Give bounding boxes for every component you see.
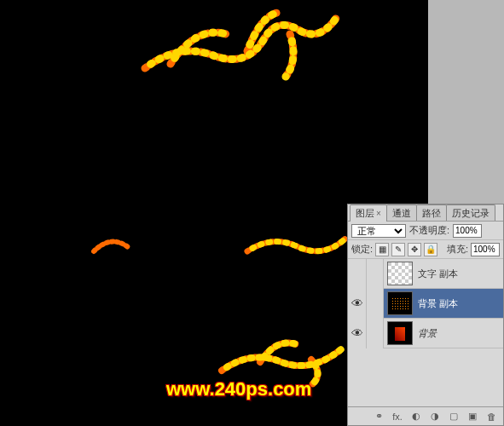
eye-icon: 👁	[351, 296, 363, 310]
link-column[interactable]	[367, 259, 384, 289]
layers-panel: 图层× 通道 路径 历史记录 正常 不透明度: 锁定: ▦ ✎ ✥ 🔒 填充: …	[347, 204, 504, 426]
watermark: www.240ps.com	[166, 378, 311, 400]
fill-input[interactable]	[471, 243, 500, 256]
opacity-input[interactable]	[453, 224, 482, 238]
layer-name[interactable]: 文字 副本	[416, 268, 503, 280]
calligraphy-fragment	[85, 222, 136, 264]
layer-row[interactable]: 👁 背景	[348, 319, 503, 348]
lock-pixels-icon[interactable]: ✎	[391, 243, 405, 256]
lock-row: 锁定: ▦ ✎ ✥ 🔒 填充:	[348, 240, 503, 259]
layer-name[interactable]: 背景	[416, 327, 503, 340]
visibility-toggle[interactable]	[348, 259, 367, 289]
link-column[interactable]	[367, 319, 384, 348]
visibility-toggle[interactable]: 👁	[348, 319, 367, 348]
link-column[interactable]	[367, 289, 384, 319]
layer-thumbnail[interactable]	[387, 262, 413, 285]
fx-icon[interactable]: fx.	[391, 410, 404, 423]
eye-icon: 👁	[351, 326, 363, 340]
layers-list: 文字 副本 👁 背景 副本 👁 背景	[348, 259, 503, 395]
panel-footer: ⚭ fx. ◐ ◑ ▢ ▣ 🗑	[348, 406, 503, 425]
lock-label: 锁定:	[351, 243, 373, 256]
layer-name[interactable]: 背景 副本	[416, 297, 503, 310]
tab-history[interactable]: 历史记录	[446, 204, 495, 221]
mask-icon[interactable]: ◐	[409, 410, 423, 423]
layer-row[interactable]: 文字 副本	[348, 259, 503, 289]
calligraphy-text-1	[119, 0, 358, 111]
folder-icon[interactable]: ▢	[447, 410, 461, 423]
panel-tabs: 图层× 通道 路径 历史记录	[348, 204, 503, 222]
trash-icon[interactable]: 🗑	[484, 410, 498, 423]
new-layer-icon[interactable]: ▣	[466, 410, 479, 423]
visibility-toggle[interactable]: 👁	[348, 289, 367, 319]
fill-label: 填充:	[447, 243, 468, 256]
opacity-label: 不透明度:	[409, 224, 449, 237]
close-icon[interactable]: ×	[376, 209, 381, 218]
tab-layers[interactable]: 图层×	[350, 204, 387, 222]
lock-transparent-icon[interactable]: ▦	[375, 243, 389, 256]
layer-thumbnail[interactable]	[387, 291, 413, 315]
link-layers-icon[interactable]: ⚭	[372, 410, 385, 423]
lock-all-icon[interactable]: 🔒	[424, 243, 437, 256]
layer-row[interactable]: 👁 背景 副本	[348, 289, 503, 319]
blend-mode-select[interactable]: 正常	[351, 224, 406, 238]
lock-position-icon[interactable]: ✥	[408, 243, 421, 256]
layer-thumbnail[interactable]	[387, 321, 413, 345]
blend-row: 正常 不透明度:	[348, 222, 503, 240]
tab-paths[interactable]: 路径	[416, 204, 447, 221]
tab-channels[interactable]: 通道	[386, 204, 417, 221]
workspace-gray	[428, 0, 504, 204]
calligraphy-text-2	[239, 217, 350, 268]
adjustment-icon[interactable]: ◑	[428, 410, 442, 423]
